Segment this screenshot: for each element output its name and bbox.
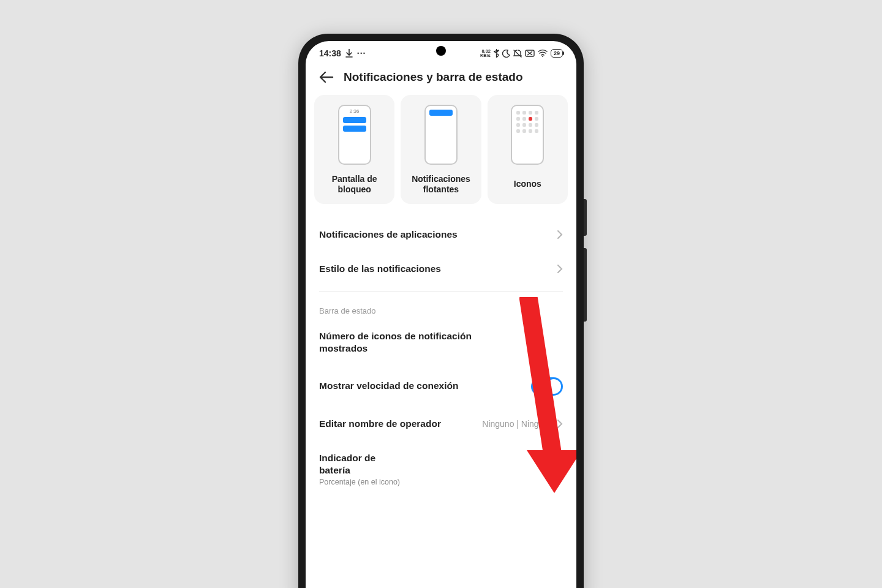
- card-label: Pantalla de bloqueo: [318, 173, 391, 195]
- status-time: 14:38: [319, 48, 341, 58]
- row-value: Ninguno | Ninguno: [482, 419, 553, 429]
- row-edit-carrier-name[interactable]: Editar nombre de operador Ninguno | Ning…: [314, 407, 568, 441]
- card-label: Notificaciones flotantes: [404, 173, 477, 195]
- mini-phone-icons-preview: [511, 105, 544, 165]
- chevron-right-icon: [557, 419, 563, 429]
- row-battery-indicator[interactable]: Indicador de batería Porcentaje (en el i…: [314, 441, 568, 497]
- card-icons[interactable]: Iconos: [488, 95, 568, 204]
- nav-header: Notificaciones y barra de estado: [306, 62, 576, 95]
- mini-phone-lock-preview: 2:36: [338, 105, 371, 165]
- chevron-right-icon: [557, 230, 563, 239]
- wifi-icon: [538, 50, 548, 57]
- side-button-power: [584, 199, 587, 236]
- mute-icon: [513, 50, 522, 58]
- moon-dnd-icon: [502, 50, 510, 58]
- card-label: Iconos: [514, 173, 541, 195]
- svg-point-1: [542, 56, 543, 57]
- row-icon-count[interactable]: Número de iconos de notificación mostrad…: [314, 319, 568, 366]
- page-title: Notificaciones y barra de estado: [344, 70, 523, 84]
- preview-cards-row: 2:36 Pantalla de bloqueo Notificaciones …: [314, 95, 568, 204]
- camera-notch: [436, 46, 446, 56]
- section-label-status-bar: Barra de estado: [314, 296, 568, 319]
- download-icon: [345, 49, 353, 58]
- back-icon[interactable]: [319, 71, 334, 83]
- battery-indicator: 29: [551, 49, 563, 58]
- settings-list-top: Notificaciones de aplicaciones Estilo de…: [314, 217, 568, 286]
- card-floating-notifications[interactable]: Notificaciones flotantes: [401, 95, 481, 204]
- row-notification-style[interactable]: Estilo de las notificaciones: [314, 252, 568, 286]
- net-speed-indicator: 0,02 KB/s: [480, 49, 491, 58]
- row-sublabel: Porcentaje (en el icono): [319, 478, 409, 486]
- card-lock-screen[interactable]: 2:36 Pantalla de bloqueo: [314, 95, 394, 204]
- mini-phone-float-preview: [424, 105, 458, 165]
- screen: 14:38 ··· 0,02 KB/s 29 Notificaciones y …: [306, 41, 576, 588]
- more-icon: ···: [357, 48, 366, 58]
- chevron-right-icon: [557, 264, 563, 274]
- divider: [319, 291, 563, 292]
- toggle-connection-speed[interactable]: [531, 377, 563, 396]
- phone-frame: 14:38 ··· 0,02 KB/s 29 Notificaciones y …: [298, 34, 584, 588]
- side-button-volume: [584, 248, 587, 322]
- bluetooth-icon: [494, 49, 499, 58]
- up-down-selector-icon[interactable]: [556, 464, 563, 474]
- row-app-notifications[interactable]: Notificaciones de aplicaciones: [314, 217, 568, 252]
- settings-list-statusbar: Número de iconos de notificación mostrad…: [314, 319, 568, 497]
- row-show-connection-speed[interactable]: Mostrar velocidad de conexión: [314, 366, 568, 407]
- no-sim-icon: [525, 50, 535, 57]
